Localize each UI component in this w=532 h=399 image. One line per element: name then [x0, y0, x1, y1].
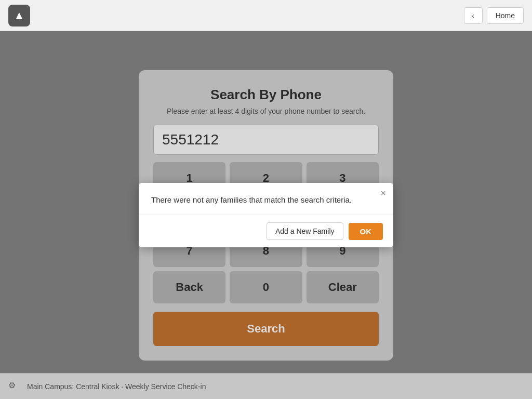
modal-body: There were not any families that match t… [139, 183, 393, 215]
ok-button[interactable]: OK [349, 223, 383, 240]
modal-dialog: × There were not any families that match… [139, 183, 393, 247]
logo-icon: ▲ [14, 9, 25, 22]
app-logo: ▲ [8, 5, 30, 26]
chevron-left-icon: ‹ [472, 11, 474, 20]
back-button[interactable]: ‹ [464, 7, 483, 24]
close-icon: × [380, 188, 386, 198]
page-wrapper: ▲ ‹ Home Search By Phone Please enter at… [0, 0, 532, 399]
modal-close-button[interactable]: × [380, 188, 386, 199]
modal-overlay: × There were not any families that match… [0, 31, 532, 399]
modal-message: There were not any families that match t… [151, 195, 352, 204]
add-family-button[interactable]: Add a New Family [267, 222, 343, 240]
modal-footer: Add a New Family OK [139, 215, 393, 247]
header-right: ‹ Home [464, 7, 524, 24]
header: ▲ ‹ Home [0, 0, 532, 31]
home-button[interactable]: Home [487, 7, 524, 24]
content-area: Search By Phone Please enter at least 4 … [0, 31, 532, 399]
